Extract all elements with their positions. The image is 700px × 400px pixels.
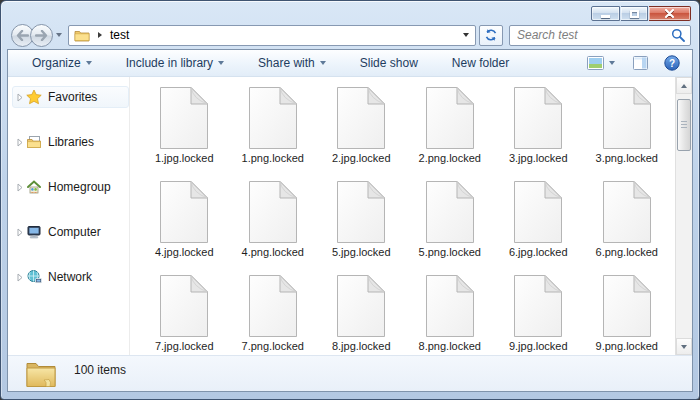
search-icon[interactable] — [671, 28, 685, 42]
file-item[interactable]: 9.jpg.locked — [494, 274, 583, 355]
scrollbar-track[interactable] — [676, 94, 692, 338]
file-label: 8.png.locked — [419, 340, 481, 352]
document-icon — [337, 275, 385, 337]
document-icon — [160, 275, 208, 337]
document-icon — [514, 181, 562, 243]
expand-arrow-icon[interactable] — [17, 273, 23, 282]
file-label: 3.jpg.locked — [509, 152, 568, 164]
refresh-icon — [484, 28, 498, 42]
sidebar-item-favorites[interactable]: Favorites — [12, 86, 129, 108]
sidebar-item-homegroup[interactable]: Homegroup — [12, 176, 129, 198]
sidebar-item-label: Homegroup — [48, 180, 111, 194]
search-box — [509, 25, 691, 46]
file-item[interactable]: 6.jpg.locked — [494, 180, 583, 274]
scrollbar-thumb[interactable] — [677, 99, 691, 151]
scroll-up-button[interactable] — [676, 77, 692, 94]
file-grid: 1.jpg.locked 1.png.locked 2.jp — [130, 77, 675, 355]
expand-arrow-icon[interactable] — [17, 138, 23, 147]
document-icon — [514, 87, 562, 149]
title-bar[interactable] — [1, 1, 699, 23]
maximize-icon — [630, 10, 639, 18]
file-label: 4.png.locked — [242, 246, 304, 258]
sidebar-item-network[interactable]: Network — [12, 266, 129, 288]
expand-arrow-icon[interactable] — [17, 183, 23, 192]
file-item[interactable]: 5.png.locked — [406, 180, 495, 274]
document-icon — [337, 87, 385, 149]
help-button[interactable]: ? — [660, 52, 684, 74]
sidebar-item-label: Computer — [48, 225, 101, 239]
close-icon — [665, 9, 674, 18]
chevron-down-icon — [320, 61, 326, 65]
content-area: Favorites Libraries — [8, 77, 692, 355]
breadcrumb-arrow-icon — [98, 32, 102, 38]
file-item[interactable]: 1.jpg.locked — [140, 86, 229, 180]
folder-large-icon — [24, 359, 58, 389]
vertical-scrollbar[interactable] — [675, 77, 692, 355]
file-label: 1.png.locked — [242, 152, 304, 164]
forward-button[interactable] — [30, 24, 53, 47]
minimize-button[interactable] — [591, 6, 620, 21]
file-list-area[interactable]: 1.jpg.locked 1.png.locked 2.jp — [129, 77, 675, 355]
slide-show-button[interactable]: Slide show — [350, 52, 428, 74]
file-item[interactable]: 4.jpg.locked — [140, 180, 229, 274]
homegroup-icon — [26, 179, 42, 195]
file-item[interactable]: 4.png.locked — [229, 180, 318, 274]
file-label: 9.jpg.locked — [509, 340, 568, 352]
file-item[interactable]: 8.png.locked — [406, 274, 495, 355]
expand-arrow-icon[interactable] — [17, 228, 23, 237]
document-icon — [249, 181, 297, 243]
file-label: 4.jpg.locked — [155, 246, 214, 258]
folder-icon — [74, 29, 90, 42]
file-label: 8.jpg.locked — [332, 340, 391, 352]
file-item[interactable]: 3.jpg.locked — [494, 86, 583, 180]
document-icon — [514, 275, 562, 337]
close-button[interactable] — [649, 6, 691, 21]
address-dropdown-icon[interactable] — [463, 33, 469, 37]
share-with-button[interactable]: Share with — [248, 52, 336, 74]
scroll-down-icon — [681, 345, 687, 349]
file-item[interactable]: 7.jpg.locked — [140, 274, 229, 355]
navigation-bar: test — [1, 23, 699, 49]
file-label: 7.png.locked — [242, 340, 304, 352]
breadcrumb-folder[interactable]: test — [110, 28, 129, 42]
sidebar-item-libraries[interactable]: Libraries — [12, 131, 129, 153]
file-item[interactable]: 1.png.locked — [229, 86, 318, 180]
maximize-button[interactable] — [621, 6, 648, 21]
new-folder-button[interactable]: New folder — [442, 52, 519, 74]
document-icon — [426, 87, 474, 149]
file-item[interactable]: 3.png.locked — [583, 86, 672, 180]
file-item[interactable]: 8.jpg.locked — [317, 274, 406, 355]
file-item[interactable]: 9.png.locked — [583, 274, 672, 355]
file-item[interactable]: 2.jpg.locked — [317, 86, 406, 180]
organize-button[interactable]: Organize — [22, 52, 102, 74]
client-area: Organize Include in library Share with S… — [7, 49, 693, 392]
file-label: 6.png.locked — [596, 246, 658, 258]
address-bar[interactable]: test — [68, 25, 476, 46]
expand-arrow-icon[interactable] — [17, 93, 23, 102]
document-icon — [426, 181, 474, 243]
svg-text:?: ? — [669, 58, 675, 69]
search-input[interactable] — [517, 28, 671, 42]
chevron-down-icon — [609, 61, 615, 65]
network-icon — [26, 269, 42, 285]
change-view-button[interactable] — [583, 53, 619, 73]
document-icon — [603, 181, 651, 243]
recent-pages-dropdown[interactable] — [56, 33, 62, 37]
file-label: 7.jpg.locked — [155, 340, 214, 352]
scroll-down-button[interactable] — [676, 338, 692, 355]
include-in-library-button[interactable]: Include in library — [116, 52, 234, 74]
chevron-down-icon — [86, 61, 92, 65]
navigation-pane: Favorites Libraries — [8, 77, 129, 355]
sidebar-item-computer[interactable]: Computer — [12, 221, 129, 243]
file-item[interactable]: 6.png.locked — [583, 180, 672, 274]
file-item[interactable]: 2.png.locked — [406, 86, 495, 180]
preview-pane-button[interactable] — [629, 53, 652, 73]
document-icon — [160, 181, 208, 243]
details-pane: 100 items — [8, 355, 692, 391]
views-icon — [587, 56, 604, 70]
libraries-icon — [26, 134, 42, 150]
file-item[interactable]: 7.png.locked — [229, 274, 318, 355]
file-label: 2.jpg.locked — [332, 152, 391, 164]
refresh-button[interactable] — [479, 25, 503, 46]
file-item[interactable]: 5.jpg.locked — [317, 180, 406, 274]
